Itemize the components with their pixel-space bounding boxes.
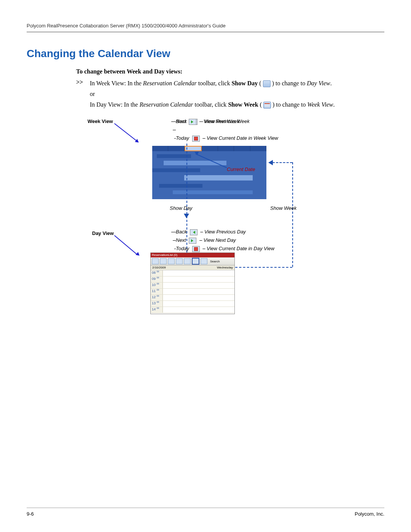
date-value: 2/10/2009 (152, 265, 166, 270)
step1-text: In Week View: In the Reservation Calenda… (90, 80, 332, 86)
legend-next-day: Next – View Next Day (176, 237, 236, 244)
page-number: 9-6 (27, 511, 34, 517)
step2-text: In Day View: In the Reservation Calendar… (90, 101, 335, 108)
header-rule (27, 32, 384, 32)
show-day-icon (263, 80, 271, 87)
today-icon (192, 136, 200, 142)
dash-arrow-into-week (266, 160, 273, 165)
pointer-line (114, 123, 138, 142)
footer-company: Polycom, Inc. (355, 511, 384, 517)
pointer-line (114, 235, 138, 255)
current-date-label: Current Date (227, 166, 255, 172)
procedure-heading: To change between Week and Day views: (76, 68, 384, 75)
pointer-arrowhead (135, 252, 142, 259)
next-icon (189, 238, 196, 244)
show-week-toolbar-button[interactable] (192, 258, 199, 265)
step-marker: >> (76, 79, 83, 86)
day-panel-hours: 08 00 09 00 10 00 11 00 12 00 13 00 14 0… (151, 270, 234, 313)
show-week-label: Show Week (270, 205, 296, 211)
dash-line (235, 267, 292, 268)
procedure-step: >> In Week View: In the Reservation Cale… (76, 79, 384, 109)
day-panel-datebar: 2/10/2009 Wednesday (151, 265, 234, 270)
section-title: Changing the Calendar View (27, 48, 384, 60)
legend-next-week: Next – View Next Week (176, 118, 240, 125)
day-panel-titlebar: ReservationList (0) (151, 253, 234, 257)
next-icon (189, 119, 196, 125)
dash-line (272, 162, 292, 163)
legend-today-week: Today – View Current Date in Week View (176, 135, 278, 142)
page-footer: 9-6 Polycom, Inc. (27, 508, 384, 517)
day-name: Wednesday (217, 265, 233, 270)
toolbar-button[interactable] (160, 258, 167, 264)
pointer-arrowhead (135, 139, 141, 145)
day-view-label: Day View (92, 230, 114, 236)
today-icon (192, 246, 200, 252)
toolbar-button[interactable] (152, 258, 159, 264)
toolbar-button[interactable] (201, 258, 207, 264)
day-view-panel: ReservationList (0) Search 2/10/2009 Wed… (150, 252, 235, 314)
back-icon (190, 229, 198, 235)
legend-back-day: Back – View Previous Day (176, 229, 246, 235)
day-panel-toolbar: Search (151, 257, 234, 265)
show-week-icon (263, 102, 271, 109)
dash-line (292, 162, 293, 267)
week-view-label: Week View (88, 118, 113, 124)
or-text: or (90, 89, 384, 99)
calendar-view-diagram: Week View Back – View Previous Week Next… (76, 118, 365, 324)
legend-today-day: Today – View Current Date in Day View (176, 246, 274, 252)
search-label: Search (210, 260, 220, 263)
toolbar-button[interactable] (184, 258, 191, 264)
header-doc-title: Polycom RealPresence Collaboration Serve… (27, 23, 384, 29)
show-day-arrowhead (184, 214, 189, 221)
week-view-panel (152, 146, 266, 199)
toolbar-button[interactable] (168, 258, 175, 264)
toolbar-button[interactable] (176, 258, 183, 264)
show-day-label: Show Day (170, 205, 192, 211)
show-day-dash (186, 144, 187, 252)
